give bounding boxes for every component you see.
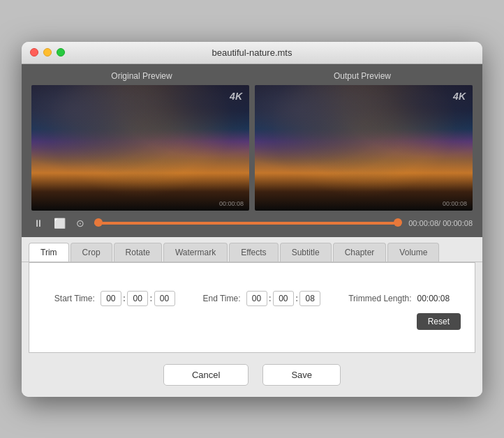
- camera-icon: ⊙: [76, 218, 84, 229]
- reset-button[interactable]: Reset: [417, 313, 461, 330]
- output-video-bg: [255, 85, 473, 211]
- tab-rotate[interactable]: Rotate: [114, 243, 162, 262]
- save-button[interactable]: Save: [262, 364, 341, 386]
- progress-thumb-right[interactable]: [394, 218, 402, 227]
- pause-icon: ⏸: [34, 218, 43, 229]
- end-sep-2: :: [295, 293, 298, 303]
- trimmed-length-group: Trimmed Length: 00:00:08: [348, 294, 450, 303]
- preview-area: Original Preview Output Preview 4K 00:00…: [22, 64, 482, 211]
- original-preview-label: Original Preview: [31, 71, 252, 81]
- tab-subtitle[interactable]: Subtitle: [280, 243, 332, 262]
- cancel-button[interactable]: Cancel: [163, 364, 249, 386]
- start-sep-2: :: [149, 293, 152, 303]
- tab-crop[interactable]: Crop: [71, 243, 112, 262]
- time-display: 00:00:08/ 00:00:08: [408, 219, 473, 227]
- start-hour-input[interactable]: [101, 291, 121, 306]
- end-time-group: End Time: : :: [203, 291, 321, 306]
- stop-button[interactable]: ⬜: [52, 216, 66, 230]
- original-4k-badge: 4K: [230, 91, 242, 102]
- preview-labels: Original Preview Output Preview: [31, 71, 473, 81]
- start-second-input[interactable]: [154, 291, 175, 306]
- progress-fill: [94, 222, 401, 225]
- stop-icon: ⬜: [54, 218, 66, 229]
- output-timecode: 00:00:08: [443, 200, 467, 207]
- window-title: beautiful-nature.mts: [212, 47, 292, 58]
- progress-thumb-left[interactable]: [94, 218, 103, 227]
- progress-bar-container[interactable]: [94, 221, 401, 225]
- start-time-label: Start Time:: [54, 294, 95, 303]
- original-timecode: 00:00:08: [219, 200, 244, 207]
- preview-videos: 4K 00:00:08 4K 00:00:08: [31, 85, 473, 211]
- end-time-label: End Time:: [203, 294, 241, 303]
- original-video-bg: [31, 85, 249, 211]
- minimize-button[interactable]: [43, 48, 52, 56]
- close-button[interactable]: [30, 48, 38, 56]
- end-minute-input[interactable]: [273, 291, 294, 306]
- output-preview-label: Output Preview: [252, 71, 473, 81]
- end-time-fields: : :: [246, 291, 321, 306]
- trim-content-area: Start Time: : : End Time: : :: [29, 262, 475, 353]
- progress-track: [94, 222, 401, 225]
- end-sep-1: :: [269, 293, 272, 303]
- start-sep-1: :: [123, 293, 126, 303]
- controls-bar: ⏸ ⬜ ⊙ 00:00:08/ 00:00:08: [22, 211, 482, 237]
- original-video-panel: 4K 00:00:08: [31, 85, 249, 211]
- start-time-fields: : :: [101, 291, 175, 306]
- tabs-row: Trim Crop Rotate Watermark Effects Subti…: [22, 237, 482, 262]
- title-bar: beautiful-nature.mts: [22, 42, 482, 64]
- tab-trim[interactable]: Trim: [29, 243, 69, 262]
- end-hour-input[interactable]: [246, 291, 267, 306]
- window-controls: [30, 48, 65, 56]
- trimmed-length-label: Trimmed Length:: [348, 294, 411, 303]
- end-second-input[interactable]: [299, 291, 320, 306]
- start-time-group: Start Time: : :: [54, 291, 175, 306]
- tab-chapter[interactable]: Chapter: [333, 243, 387, 262]
- screenshot-button[interactable]: ⊙: [73, 216, 87, 230]
- main-window: beautiful-nature.mts Original Preview Ou…: [22, 42, 482, 397]
- reset-area: Reset: [43, 306, 461, 333]
- maximize-button[interactable]: [57, 48, 65, 56]
- output-video-panel: 4K 00:00:08: [255, 85, 473, 211]
- trim-controls: Start Time: : : End Time: : :: [43, 291, 461, 306]
- tab-volume[interactable]: Volume: [387, 243, 439, 262]
- start-minute-input[interactable]: [127, 291, 148, 306]
- bottom-bar: Cancel Save: [22, 353, 482, 397]
- tab-effects[interactable]: Effects: [229, 243, 278, 262]
- output-4k-badge: 4K: [453, 91, 466, 102]
- tabs-area: Trim Crop Rotate Watermark Effects Subti…: [22, 237, 482, 262]
- pause-button[interactable]: ⏸: [31, 216, 45, 230]
- trimmed-length-value: 00:00:08: [417, 294, 450, 303]
- tab-watermark[interactable]: Watermark: [163, 243, 228, 262]
